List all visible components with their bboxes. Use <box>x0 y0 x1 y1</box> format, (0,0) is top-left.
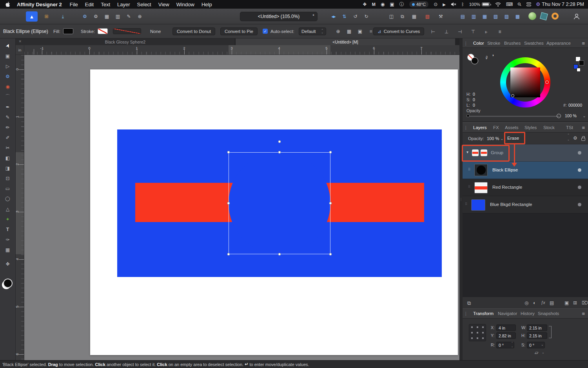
saturation-value[interactable]: 0 <box>473 97 475 102</box>
align-right-icon[interactable]: ⊣ <box>455 27 465 36</box>
vertical-ruler[interactable]: 0 1 2 3 4 5 6 <box>16 55 24 360</box>
arrange-move-to-back-icon[interactable]: ▧ <box>491 12 501 21</box>
torus-sample-icon[interactable] <box>552 13 559 20</box>
panel-menu-icon[interactable]: ≡ <box>582 311 585 317</box>
rotate-cw-icon[interactable]: ↻ <box>361 12 371 21</box>
layer-visibility-toggle[interactable] <box>578 151 581 155</box>
group-icon[interactable]: ▨ <box>502 12 512 21</box>
layer-visibility-toggle[interactable] <box>578 203 581 206</box>
h-field[interactable]: 2.15 in <box>527 332 547 339</box>
align-center-icon[interactable]: ⊥ <box>441 27 452 36</box>
selection-bounding-box[interactable] <box>229 152 330 254</box>
toolbar-snap-pencil-icon[interactable]: ✎ <box>124 12 134 21</box>
snap-bbox-icon[interactable]: ▦ <box>344 27 354 35</box>
menu-text[interactable]: Text <box>101 2 110 7</box>
drag-grip-icon[interactable]: ⠿ <box>468 168 471 171</box>
view-hand-tool-icon[interactable]: ✥ <box>3 260 13 268</box>
tab-appearance[interactable]: Appearance <box>546 41 571 46</box>
sphere-sample-icon[interactable] <box>528 12 536 20</box>
menu-layer[interactable]: Layer <box>117 2 130 7</box>
canvas-viewport[interactable] <box>24 55 459 360</box>
delete-layer-icon[interactable]: ⌦ <box>582 300 588 306</box>
designer-persona-button[interactable]: ▲ <box>26 11 38 22</box>
menu-file[interactable]: File <box>70 2 78 7</box>
pencil-tool-icon[interactable]: ✎ <box>3 113 13 121</box>
wifi-icon[interactable] <box>495 2 501 7</box>
lock-layer-icon[interactable] <box>581 138 585 141</box>
flip-horizontal-icon[interactable]: ◀▶ <box>328 12 338 21</box>
tab-swatches[interactable]: Swatches <box>524 41 544 46</box>
tab-layers[interactable]: Layers <box>473 125 487 130</box>
flip-vertical-icon[interactable]: ⇅ <box>339 12 349 21</box>
blend-stepper-icon[interactable]: ⌃ <box>567 134 570 136</box>
opacity-slider-knob[interactable] <box>557 114 561 118</box>
layer-name[interactable]: Red Rectangle <box>492 185 522 189</box>
drag-grip-icon[interactable]: ⠿ <box>468 185 471 189</box>
convert-to-curves-button[interactable]: ⊿ Convert to Curves <box>373 27 424 35</box>
assets-red-icon[interactable]: ▧ <box>423 12 432 21</box>
tab-fx[interactable]: FX <box>493 125 499 130</box>
cube-sample-icon[interactable] <box>540 12 548 20</box>
custom-shape-tool-icon[interactable]: ✦ <box>3 215 13 223</box>
play-circle-icon[interactable]: ⊙ <box>434 2 437 7</box>
convert-to-donut-button[interactable]: Convert to Donut <box>172 27 215 35</box>
fill-tool-icon[interactable]: ◧ <box>3 154 13 162</box>
style-picker-tool-icon[interactable]: ✑ <box>3 235 13 244</box>
bluetooth-icon[interactable]: ᛒ <box>461 2 464 7</box>
layers-opacity-chevron-icon[interactable]: ⌄ <box>500 136 504 141</box>
align-left-icon[interactable]: ⊢ <box>428 27 438 36</box>
document-tab-active[interactable]: <Untitled> [M] <box>236 38 455 45</box>
selection-handle-nw[interactable] <box>227 151 230 154</box>
hue-marker[interactable] <box>545 80 549 84</box>
menu-help[interactable]: Help <box>201 2 212 7</box>
toolbar-gear-blue-icon[interactable]: ⚙ <box>80 12 90 21</box>
layer-row-blue-bkgd-rectangle[interactable]: ⠿ Blue Bkgd Rectangle <box>463 196 588 213</box>
shear-mode-chevron-icon[interactable]: ⌄ <box>542 351 544 354</box>
horizontal-ruler[interactable]: -1 0 1 2 3 4 5 6 7 <box>24 45 459 55</box>
layers-empty-area[interactable] <box>463 213 588 297</box>
mini-gradient-circle-icon[interactable]: ◑ <box>492 53 494 57</box>
node-tool-icon[interactable]: ▷ <box>3 62 13 70</box>
stroke-style-preview[interactable] <box>113 28 141 34</box>
opacity-value[interactable]: 100 % <box>565 113 577 118</box>
hex-value[interactable]: 000000 <box>568 103 582 107</box>
new-layer-icon[interactable]: ⊞ <box>573 300 577 306</box>
menu-edit[interactable]: Edit <box>85 2 94 7</box>
siri-icon[interactable]: ❂ <box>536 2 540 7</box>
info-icon[interactable]: ⓘ <box>399 1 404 8</box>
menu-window[interactable]: Window <box>176 2 194 7</box>
color-well[interactable] <box>3 279 13 288</box>
x-field[interactable]: 4 in <box>496 324 516 331</box>
layer-name[interactable]: Blue Bkgd Rectangle <box>490 202 532 207</box>
panel-splitter[interactable]: ⋮ <box>459 38 463 360</box>
ellipse-tool-icon[interactable]: ◯ <box>3 195 13 203</box>
panel-grip-icon[interactable]: ⡇ <box>465 312 468 316</box>
document-zoom-dropdown[interactable]: <Untitled> (105.0%) * <box>240 12 318 21</box>
color-wheel[interactable] <box>500 57 550 107</box>
layer-thumbnail[interactable] <box>471 199 485 211</box>
layer-visibility-toggle[interactable] <box>578 168 581 172</box>
rotation-handle[interactable] <box>278 140 281 143</box>
search-icon[interactable]: ⚲ <box>516 1 523 7</box>
distribute-horizontal-icon[interactable]: ⫦ <box>481 27 492 36</box>
layer-name[interactable]: Black Ellipse <box>492 168 518 172</box>
swatch-black[interactable] <box>579 60 584 66</box>
pen-tool-icon[interactable]: ✒ <box>3 103 13 111</box>
point-transform-tool-icon[interactable]: ⚙ <box>3 72 13 80</box>
knife-tool-icon[interactable]: ✂ <box>3 144 13 152</box>
triangle-tool-icon[interactable]: △ <box>3 205 13 213</box>
convert-to-pie-button[interactable]: Convert to Pie <box>220 27 258 35</box>
battery-indicator[interactable]: 100% <box>469 2 490 7</box>
crop-tool-icon[interactable]: ⊡ <box>3 174 13 182</box>
panel-grip-icon[interactable]: ⡇ <box>465 41 468 46</box>
shear-chevron-icon[interactable]: ⌄ <box>541 343 544 346</box>
layers-opacity-value[interactable]: 100 % <box>487 136 499 141</box>
tab-styles[interactable]: Styles <box>524 125 537 130</box>
arrange-move-forward-icon[interactable]: ▥ <box>469 12 479 21</box>
align-top-icon[interactable]: ⊤ <box>468 27 478 36</box>
layer-visibility-toggle[interactable] <box>578 186 581 189</box>
pixel-persona-button[interactable]: ⊞ <box>42 12 51 21</box>
mask-layer-icon[interactable]: ◎ <box>524 300 528 306</box>
selection-handle-n[interactable] <box>278 151 281 154</box>
layer-settings-gear-icon[interactable]: ⚙ <box>573 135 577 141</box>
